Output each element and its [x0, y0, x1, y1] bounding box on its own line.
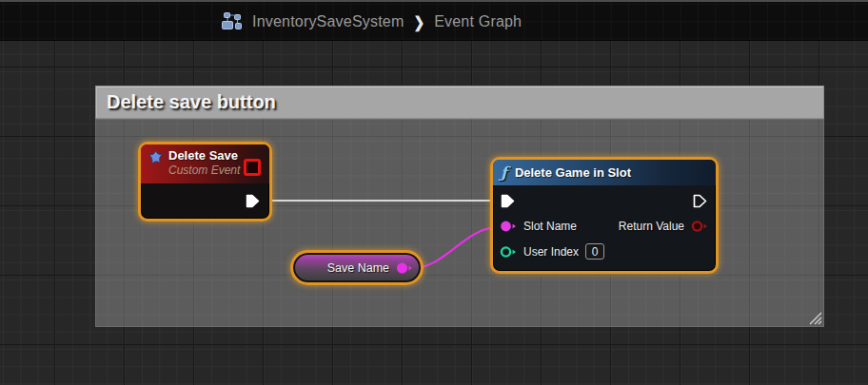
delete-save-exec-out-pin[interactable] [245, 193, 261, 209]
delete-game-node-header: ƒ Delete Game in Slot [493, 160, 716, 185]
comment-node-header[interactable]: Delete save button [95, 86, 824, 119]
blueprint-editor-window: Delete save button InventorySaveSystem ❯… [0, 0, 868, 385]
user-index-input[interactable] [585, 243, 604, 260]
breadcrumb-current[interactable]: Event Graph [434, 13, 522, 30]
save-name-output-pin[interactable] [396, 261, 413, 275]
delete-save-node-title: Delete Save [168, 148, 240, 164]
save-name-label: Save Name [327, 261, 389, 275]
return-value-pin[interactable] [691, 220, 708, 233]
comment-resize-handle-icon[interactable] [808, 311, 822, 325]
user-index-pin-label: User Index [523, 245, 579, 259]
custom-event-icon [148, 150, 163, 164]
delete-game-exec-in-pin[interactable] [500, 193, 516, 209]
delete-game-exec-out-pin[interactable] [692, 193, 708, 209]
comment-title: Delete save button [96, 91, 276, 113]
node-delete-save-custom-event[interactable]: Delete Save Custom Event [138, 142, 272, 221]
breadcrumb-root[interactable]: InventorySaveSystem [252, 13, 404, 30]
slot-name-pin-label: Slot Name [523, 220, 577, 233]
breadcrumb-chevron-icon: ❯ [413, 12, 424, 29]
function-icon: ƒ [501, 165, 507, 181]
node-delete-game-in-slot[interactable]: ƒ Delete Game in Slot Slot Name Return V… [490, 157, 719, 274]
slot-name-pin[interactable] [500, 220, 517, 233]
delete-game-node-title: Delete Game in Slot [515, 165, 631, 181]
user-index-pin[interactable] [500, 245, 517, 259]
breadcrumb: InventorySaveSystem ❯ Event Graph [221, 2, 522, 41]
return-value-pin-label: Return Value [619, 220, 684, 233]
event-binding-indicator-icon [244, 159, 261, 176]
delete-save-node-subtitle: Custom Event [168, 164, 240, 177]
blueprint-class-icon [221, 10, 243, 32]
graph-title-bar: InventorySaveSystem ❯ Event Graph [0, 0, 868, 41]
node-save-name-getter[interactable]: Save Name [290, 250, 424, 285]
